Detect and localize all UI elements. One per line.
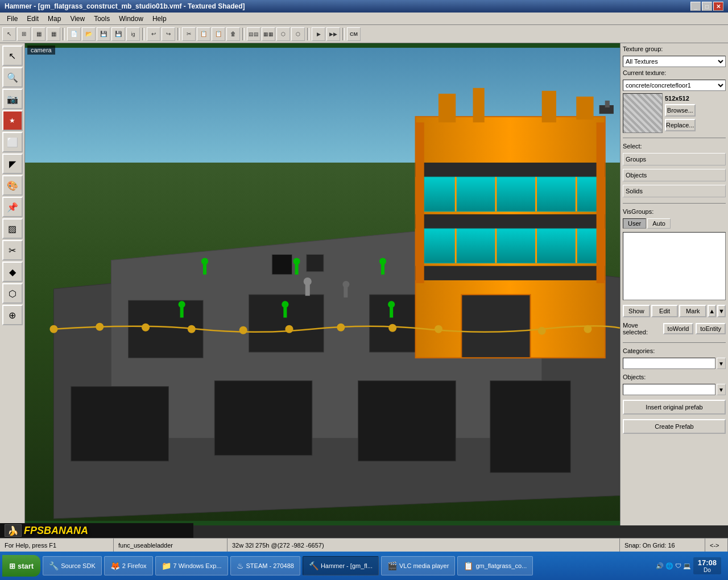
taskbar-steam[interactable]: ♨ STEAM - 270488	[230, 556, 300, 575]
toolbar-compile[interactable]: ▶	[312, 27, 325, 41]
up-button[interactable]: ▲	[708, 305, 716, 317]
divider-1	[623, 138, 726, 138]
taskbar-explorer[interactable]: 📁 7 Windows Exp...	[155, 556, 228, 575]
objects-arrow[interactable]: ▼	[717, 384, 726, 395]
toolbar-redo[interactable]: ↪	[162, 27, 175, 41]
objects-button[interactable]: Objects	[623, 169, 726, 181]
toolbar-run[interactable]: ▶▶	[326, 27, 340, 41]
vis-tab-user[interactable]: User	[623, 218, 646, 229]
menu-window[interactable]: Window	[114, 14, 148, 24]
source-sdk-label: Source SDK	[61, 562, 96, 569]
separator-4	[242, 28, 245, 40]
svg-rect-30	[576, 97, 593, 119]
menu-help[interactable]: Help	[148, 14, 171, 24]
explorer-icon: 📁	[162, 561, 171, 570]
svg-point-54	[239, 326, 247, 334]
svg-rect-18	[424, 229, 599, 263]
tool-path[interactable]: ⬡	[2, 283, 23, 304]
svg-point-45	[388, 301, 395, 308]
toolbar-ig[interactable]: ig	[126, 27, 140, 41]
tool-magnify[interactable]: 🔍	[2, 67, 23, 88]
toolbar-select[interactable]: ↖	[2, 27, 16, 41]
left-toolbar: ↖ 🔍 📷 ★ ⬜ ◤ 🎨 📌 ▨ ✂ ◆ ⬡ ⊕	[0, 43, 25, 525]
toolbar-new[interactable]: 📄	[67, 27, 81, 41]
tool-camera[interactable]: 📷	[2, 89, 23, 109]
mark-button[interactable]: Mark	[679, 305, 706, 317]
taskbar-source-sdk[interactable]: 🔧 Source SDK	[43, 556, 102, 575]
visgroups-label: VisGroups:	[623, 208, 726, 215]
tool-decal[interactable]: 📌	[2, 197, 23, 217]
toolbar-saveas[interactable]: 💾	[111, 27, 125, 41]
gm-icon: 📋	[464, 561, 473, 570]
svg-rect-27	[439, 94, 456, 122]
firefox-label: 2 Firefox	[122, 562, 147, 569]
status-help: For Help, press F1	[0, 538, 114, 552]
maximize-button[interactable]: □	[702, 2, 712, 11]
taskbar-gm[interactable]: 📋 gm_flatgrass_co...	[457, 556, 533, 575]
tool-entity[interactable]: ★	[2, 110, 23, 131]
menu-view[interactable]: View	[65, 14, 89, 24]
hammer-icon: 🔨	[309, 561, 318, 570]
to-entity-button[interactable]: toEntity	[696, 323, 726, 334]
objects-field[interactable]	[623, 384, 715, 395]
menu-edit[interactable]: Edit	[22, 14, 43, 24]
systray-icons: 🔊 🌐 🛡 💻	[656, 562, 691, 570]
tool-overlay[interactable]: ▨	[2, 218, 23, 239]
toolbar-group[interactable]: ▤▤	[247, 27, 260, 41]
start-button[interactable]: ⊞ start	[2, 555, 40, 577]
to-world-button[interactable]: toWorld	[663, 323, 694, 334]
toolbar-ungroup[interactable]: ▦▦	[262, 27, 275, 41]
minimize-button[interactable]: _	[690, 2, 701, 11]
toolbar-tie[interactable]: ⬡	[276, 27, 290, 41]
close-button[interactable]: ✕	[713, 2, 723, 11]
toolbar-untie[interactable]: ⬡	[291, 27, 305, 41]
source-sdk-icon: 🔧	[49, 561, 59, 570]
visgroups-tabs: User Auto	[623, 218, 726, 229]
insert-original-prefab-button[interactable]: Insert original prefab	[623, 400, 726, 415]
toolbar-paste[interactable]: 📋	[212, 27, 225, 41]
divider-3	[623, 342, 726, 343]
toolbar-undo[interactable]: ↩	[147, 27, 160, 41]
toolbar-save[interactable]: 💾	[97, 27, 110, 41]
down-button[interactable]: ▼	[717, 305, 726, 317]
edit-button[interactable]: Edit	[651, 305, 679, 317]
viewport[interactable]: camera	[25, 43, 620, 525]
toolbar-cut[interactable]: ✂	[182, 27, 196, 41]
taskbar-firefox[interactable]: 🦊 2 Firefox	[104, 556, 153, 575]
menu-file[interactable]: File	[2, 14, 22, 24]
toolbar-toggle[interactable]: ⊞	[17, 27, 31, 41]
tool-texture[interactable]: 🎨	[2, 175, 23, 196]
move-selected-label: Move selected:	[623, 322, 661, 335]
tool-block[interactable]: ⬜	[2, 132, 23, 152]
tool-3d[interactable]: ⊕	[2, 305, 23, 325]
action-buttons: Show Edit Mark ▲ ▼	[623, 305, 726, 317]
toolbar-grid2[interactable]: ▦	[47, 27, 60, 41]
show-button[interactable]: Show	[623, 305, 650, 317]
vis-tab-auto[interactable]: Auto	[647, 218, 671, 229]
taskbar-vlc[interactable]: 🎬 VLC media player	[381, 556, 455, 575]
toolbar-copy[interactable]: 📋	[197, 27, 210, 41]
tool-clipping[interactable]: ✂	[2, 240, 23, 260]
toolbar-cm[interactable]: CM	[347, 27, 361, 41]
menu-map[interactable]: Map	[43, 14, 65, 24]
categories-arrow[interactable]: ▼	[717, 358, 726, 369]
tool-pointer[interactable]: ↖	[2, 45, 23, 66]
tool-vertex[interactable]: ◆	[2, 262, 23, 282]
svg-point-59	[538, 327, 546, 335]
categories-field[interactable]	[623, 358, 715, 369]
groups-button[interactable]: Groups	[623, 153, 726, 165]
svg-point-53	[188, 325, 196, 333]
texture-group-select[interactable]: All Textures	[623, 56, 726, 67]
toolbar-grid1[interactable]: ▦	[32, 27, 46, 41]
tool-wedge[interactable]: ◤	[2, 154, 23, 174]
taskbar-hammer[interactable]: 🔨 Hammer - [gm_fl...	[303, 556, 379, 575]
menu-tools[interactable]: Tools	[89, 14, 114, 24]
svg-rect-17	[424, 177, 599, 212]
create-prefab-button[interactable]: Create Prefab	[623, 419, 726, 434]
solids-button[interactable]: Solids	[623, 185, 726, 197]
toolbar-open[interactable]: 📂	[82, 27, 96, 41]
replace-button[interactable]: Replace...	[665, 119, 696, 131]
current-texture-select[interactable]: concrete/concretefloor1	[623, 80, 726, 91]
toolbar-delete[interactable]: 🗑	[226, 27, 240, 41]
browse-button[interactable]: Browse...	[665, 104, 696, 117]
